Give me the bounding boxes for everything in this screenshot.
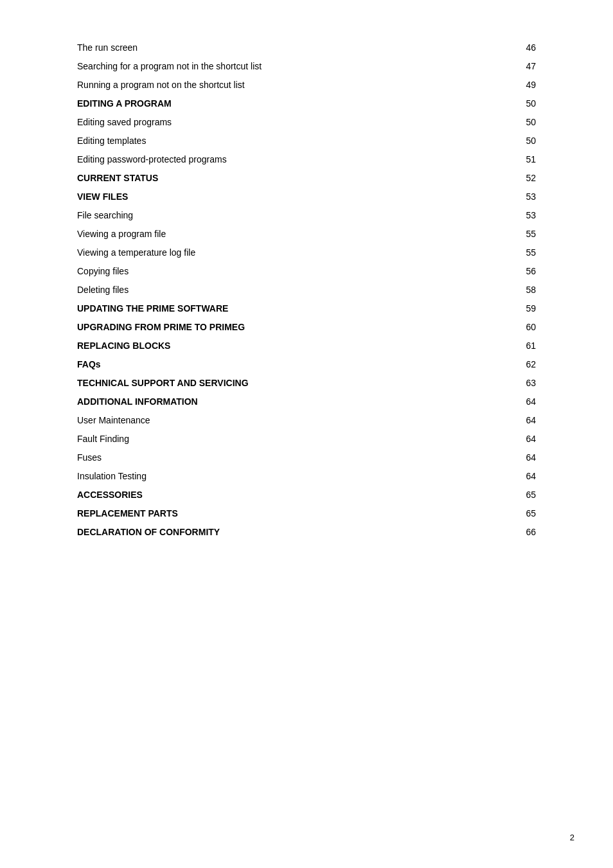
toc-row: UPGRADING FROM PRIME TO PRIMEG60 [77, 318, 536, 337]
toc-entry-page: 49 [467, 76, 536, 94]
toc-entry-label: UPDATING THE PRIME SOFTWARE [77, 299, 467, 318]
toc-entry-page: 64 [467, 430, 536, 448]
toc-row: File searching53 [77, 206, 536, 225]
toc-row: Running a program not on the shortcut li… [77, 76, 536, 94]
toc-entry-page: 55 [467, 225, 536, 244]
toc-entry-label: File searching [77, 206, 467, 225]
toc-entry-page: 50 [467, 94, 536, 113]
toc-entry-page: 65 [467, 486, 536, 504]
toc-row: FAQs62 [77, 355, 536, 374]
toc-entry-label: CURRENT STATUS [77, 169, 467, 188]
toc-entry-page: 59 [467, 299, 536, 318]
toc-entry-label: Viewing a program file [77, 225, 467, 244]
toc-entry-label: Running a program not on the shortcut li… [77, 76, 467, 94]
toc-entry-label: REPLACEMENT PARTS [77, 504, 467, 523]
toc-entry-page: 63 [467, 374, 536, 393]
toc-entry-label: Copying files [77, 262, 467, 281]
page-container: The run screen46Searching for a program … [0, 0, 613, 593]
toc-row: Editing saved programs50 [77, 113, 536, 132]
toc-row: Deleting files58 [77, 281, 536, 299]
page-number: 2 [570, 833, 574, 842]
toc-entry-page: 65 [467, 504, 536, 523]
toc-entry-page: 53 [467, 206, 536, 225]
toc-row: REPLACEMENT PARTS65 [77, 504, 536, 523]
toc-entry-page: 47 [467, 57, 536, 76]
toc-entry-page: 64 [467, 411, 536, 430]
toc-row: Fuses64 [77, 448, 536, 467]
toc-entry-label: VIEW FILES [77, 188, 467, 206]
toc-entry-label: Insulation Testing [77, 467, 467, 486]
toc-row: User Maintenance64 [77, 411, 536, 430]
toc-entry-page: 64 [467, 448, 536, 467]
toc-row: Editing password-protected programs51 [77, 150, 536, 169]
toc-entry-label: Viewing a temperature log file [77, 244, 467, 262]
toc-row: DECLARATION OF CONFORMITY66 [77, 523, 536, 542]
toc-entry-page: 61 [467, 337, 536, 355]
toc-entry-page: 58 [467, 281, 536, 299]
toc-entry-page: 60 [467, 318, 536, 337]
toc-entry-label: Searching for a program not in the short… [77, 57, 467, 76]
toc-entry-label: TECHNICAL SUPPORT AND SERVICING [77, 374, 467, 393]
toc-entry-label: DECLARATION OF CONFORMITY [77, 523, 467, 542]
toc-entry-page: 50 [467, 132, 536, 150]
toc-entry-page: 55 [467, 244, 536, 262]
toc-entry-page: 66 [467, 523, 536, 542]
toc-row: Copying files56 [77, 262, 536, 281]
toc-entry-label: FAQs [77, 355, 467, 374]
toc-row: Searching for a program not in the short… [77, 57, 536, 76]
toc-entry-label: Fuses [77, 448, 467, 467]
toc-entry-label: EDITING A PROGRAM [77, 94, 467, 113]
toc-entry-label: Fault Finding [77, 430, 467, 448]
toc-row: VIEW FILES53 [77, 188, 536, 206]
toc-entry-page: 52 [467, 169, 536, 188]
toc-row: REPLACING BLOCKS61 [77, 337, 536, 355]
toc-entry-label: ADDITIONAL INFORMATION [77, 393, 467, 411]
toc-entry-page: 53 [467, 188, 536, 206]
toc-row: TECHNICAL SUPPORT AND SERVICING63 [77, 374, 536, 393]
toc-entry-page: 64 [467, 393, 536, 411]
toc-row: Viewing a temperature log file55 [77, 244, 536, 262]
toc-row: Editing templates50 [77, 132, 536, 150]
toc-entry-page: 46 [467, 39, 536, 57]
toc-row: The run screen46 [77, 39, 536, 57]
toc-entry-label: User Maintenance [77, 411, 467, 430]
toc-entry-label: The run screen [77, 39, 467, 57]
toc-entry-label: Editing templates [77, 132, 467, 150]
toc-row: ACCESSORIES65 [77, 486, 536, 504]
toc-table: The run screen46Searching for a program … [77, 39, 536, 542]
toc-entry-label: Editing saved programs [77, 113, 467, 132]
toc-entry-label: UPGRADING FROM PRIME TO PRIMEG [77, 318, 467, 337]
toc-row: ADDITIONAL INFORMATION64 [77, 393, 536, 411]
toc-entry-page: 56 [467, 262, 536, 281]
toc-row: Insulation Testing64 [77, 467, 536, 486]
toc-row: CURRENT STATUS52 [77, 169, 536, 188]
toc-entry-page: 62 [467, 355, 536, 374]
toc-row: EDITING A PROGRAM50 [77, 94, 536, 113]
toc-entry-label: REPLACING BLOCKS [77, 337, 467, 355]
toc-row: Fault Finding64 [77, 430, 536, 448]
toc-entry-label: ACCESSORIES [77, 486, 467, 504]
toc-row: UPDATING THE PRIME SOFTWARE59 [77, 299, 536, 318]
toc-row: Viewing a program file55 [77, 225, 536, 244]
toc-entry-label: Deleting files [77, 281, 467, 299]
toc-entry-page: 64 [467, 467, 536, 486]
toc-entry-label: Editing password-protected programs [77, 150, 467, 169]
toc-entry-page: 51 [467, 150, 536, 169]
toc-entry-page: 50 [467, 113, 536, 132]
